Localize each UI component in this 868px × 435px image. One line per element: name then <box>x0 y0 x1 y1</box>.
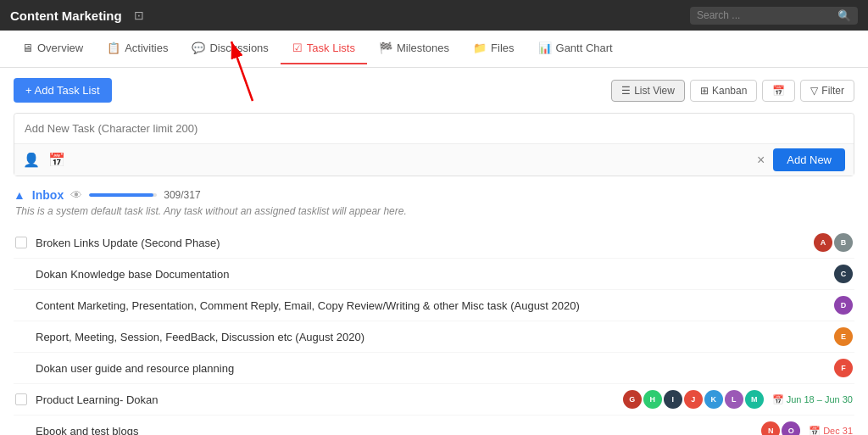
task-name-4: Report, Meeting, Session, FeedBack, Disc… <box>36 331 826 343</box>
add-new-button[interactable]: Add New <box>773 148 845 171</box>
table-row: Dokan user guide and resource planning F <box>14 353 854 384</box>
search-icon: 🔍 <box>837 9 851 22</box>
discussions-icon: 💬 <box>192 42 205 54</box>
tab-activities[interactable]: 📋 Activities <box>95 33 180 64</box>
avatar: N <box>761 421 780 435</box>
add-tasklist-button[interactable]: + Add Task List <box>14 78 112 103</box>
toolbar-row: + Add Task List ☰ List View ⊞ Kanban 📅 ▽… <box>14 78 854 103</box>
avatar: J <box>684 390 703 409</box>
inbox-toggle[interactable]: ▲ <box>14 188 25 202</box>
tab-discussions[interactable]: 💬 Discussions <box>180 33 280 64</box>
app-wrapper: Content Marketing ⊡ 🔍 🖥 Overview 📋 Activ… <box>0 0 868 435</box>
task-name-1: Broken Links Update (Second Phase) <box>36 237 805 249</box>
table-row: Dokan Knowledge base Documentation C <box>14 259 854 290</box>
kanban-icon: ⊞ <box>700 85 709 97</box>
filter-button[interactable]: ▽ Filter <box>800 80 854 102</box>
list-view-button[interactable]: ☰ List View <box>611 80 685 102</box>
table-row: Broken Links Update (Second Phase) A B <box>14 227 854 259</box>
task-checkbox-2[interactable] <box>15 268 27 280</box>
avatar: L <box>725 390 743 409</box>
view-controls: ☰ List View ⊞ Kanban 📅 ▽ Filter <box>611 80 854 102</box>
task-checkbox-5[interactable] <box>15 362 27 374</box>
task-name-6: Product Learning- Dokan <box>36 393 615 406</box>
tasklists-icon: ☑ <box>292 42 303 54</box>
new-task-input[interactable] <box>14 114 854 143</box>
calendar-icon-7: 📅 <box>809 426 821 436</box>
filter-icon: ▽ <box>810 85 818 97</box>
table-row: Product Learning- Dokan G H I J K L M 📅 … <box>14 384 854 415</box>
table-row: Ebook and test blogs N O 📅 Dec 31 <box>14 415 854 435</box>
calendar-button[interactable]: 📅 <box>762 80 795 102</box>
tab-task-lists[interactable]: ☑ Task Lists <box>281 33 367 64</box>
inbox-label: Inbox <box>32 188 64 202</box>
kanban-button[interactable]: ⊞ Kanban <box>690 80 757 102</box>
avatar: E <box>834 327 853 346</box>
activities-icon: 📋 <box>107 42 120 54</box>
task-avatars-1: A B <box>814 233 853 252</box>
avatar: M <box>745 390 764 409</box>
new-task-toolbar: 👤 📅 × Add New <box>14 143 854 176</box>
task-checkbox-3[interactable] <box>15 299 27 311</box>
task-avatars-2: C <box>834 265 853 283</box>
inbox-progress-bar <box>89 193 157 197</box>
search-box[interactable]: 🔍 <box>690 7 858 25</box>
task-checkbox-1[interactable] <box>15 237 27 248</box>
inbox-count: 309/317 <box>164 189 200 201</box>
tab-overview[interactable]: 🖥 Overview <box>10 33 95 64</box>
avatar: D <box>834 296 853 315</box>
list-view-icon: ☰ <box>621 85 631 97</box>
main-content: + Add Task List ☰ List View ⊞ Kanban 📅 ▽… <box>0 68 868 435</box>
new-task-area: 👤 📅 × Add New <box>14 113 854 176</box>
tab-bar: 🖥 Overview 📋 Activities 💬 Discussions ☑ … <box>0 31 868 68</box>
search-input[interactable] <box>697 9 832 21</box>
assign-user-button[interactable]: 👤 <box>23 152 40 168</box>
header-left: Content Marketing ⊡ <box>10 8 144 23</box>
task-avatars-7: N O <box>761 421 800 435</box>
gantt-icon: 📊 <box>538 42 552 54</box>
visibility-icon[interactable]: 👁 <box>70 188 82 202</box>
tab-files[interactable]: 📁 Files <box>461 33 526 64</box>
avatar: G <box>623 390 642 409</box>
document-icon: ⊡ <box>134 8 144 22</box>
task-avatars-4: E <box>834 327 853 346</box>
avatar: I <box>664 390 682 409</box>
task-list: Broken Links Update (Second Phase) A B D… <box>14 227 854 435</box>
task-date-6: 📅 Jun 18 – Jun 30 <box>772 394 853 405</box>
inbox-progress-fill <box>89 193 153 197</box>
task-checkbox-6[interactable] <box>15 393 27 405</box>
page-title: Content Marketing <box>10 8 122 23</box>
task-avatars-6: G H I J K L M <box>623 390 764 409</box>
task-avatars-5: F <box>834 359 853 377</box>
calendar-icon: 📅 <box>772 85 785 97</box>
avatar: C <box>834 265 853 283</box>
table-row: Content Marketing, Presentation, Comment… <box>14 290 854 321</box>
avatar: B <box>834 233 853 252</box>
overview-icon: 🖥 <box>22 42 33 54</box>
task-name-7: Ebook and test blogs <box>36 425 753 436</box>
task-date-7: 📅 Dec 31 <box>809 426 853 436</box>
avatar: H <box>643 390 662 409</box>
task-name-2: Dokan Knowledge base Documentation <box>36 268 826 281</box>
inbox-header: ▲ Inbox 👁 309/317 <box>14 188 854 202</box>
task-name-5: Dokan user guide and resource planning <box>36 362 826 375</box>
files-icon: 📁 <box>473 42 487 54</box>
avatar: F <box>834 359 853 377</box>
calendar-picker-button[interactable]: 📅 <box>48 152 65 168</box>
task-avatars-3: D <box>834 296 853 315</box>
avatar: K <box>704 390 723 409</box>
avatar: A <box>814 233 832 252</box>
task-name-3: Content Marketing, Presentation, Comment… <box>36 299 826 312</box>
milestones-icon: 🏁 <box>379 42 392 54</box>
task-checkbox-7[interactable] <box>15 425 27 435</box>
inbox-description: This is a system default task list. Any … <box>15 205 854 217</box>
calendar-icon-6: 📅 <box>772 394 784 405</box>
task-toolbar-right: × Add New <box>757 148 845 171</box>
tab-milestones[interactable]: 🏁 Milestones <box>367 33 461 64</box>
task-checkbox-4[interactable] <box>15 331 27 343</box>
task-toolbar-left: 👤 📅 <box>23 152 65 168</box>
tab-gantt-chart[interactable]: 📊 Gantt Chart <box>526 33 625 64</box>
table-row: Report, Meeting, Session, FeedBack, Disc… <box>14 321 854 353</box>
avatar: O <box>782 421 800 435</box>
close-task-button[interactable]: × <box>757 153 765 168</box>
top-header: Content Marketing ⊡ 🔍 <box>0 0 868 31</box>
